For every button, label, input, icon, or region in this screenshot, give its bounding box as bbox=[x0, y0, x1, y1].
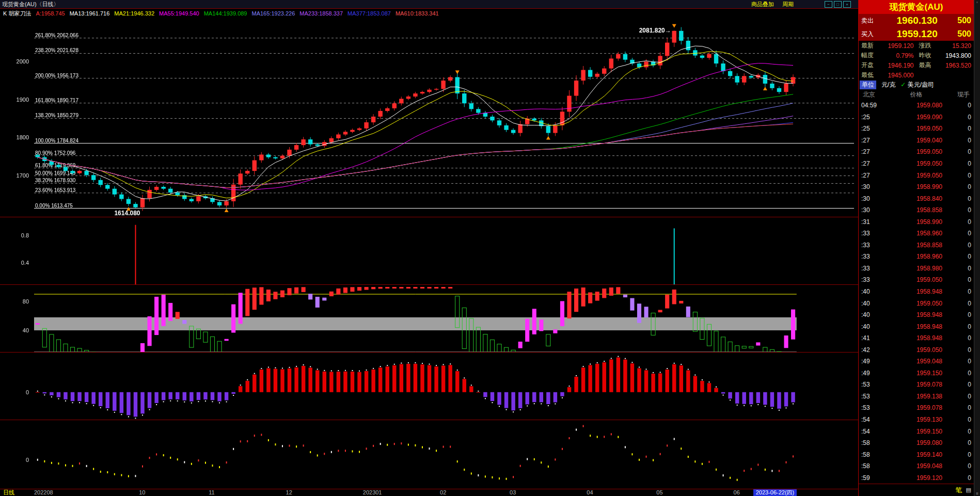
tick-row[interactable]: :271959.0500 bbox=[859, 158, 974, 170]
tick-row[interactable]: :581959.0480 bbox=[859, 460, 974, 472]
tick-time: :54 bbox=[861, 428, 884, 435]
tick-row[interactable]: :541959.1300 bbox=[859, 414, 974, 426]
tick-row[interactable]: :311958.9900 bbox=[859, 216, 974, 228]
tick-row[interactable]: :271959.0400 bbox=[859, 135, 974, 147]
tick-time: :33 bbox=[861, 265, 884, 272]
tick-time: :30 bbox=[861, 195, 884, 202]
tick-volume: 0 bbox=[962, 404, 971, 411]
tick-volume: 0 bbox=[962, 172, 971, 179]
tick-row[interactable]: :531959.0780 bbox=[859, 379, 974, 391]
time-axis: 日线 2023-06-22(四) 20220810111220230102030… bbox=[0, 489, 858, 496]
tick-row[interactable]: :331959.0500 bbox=[859, 274, 974, 286]
legend-item: K 胡家刀法 bbox=[3, 9, 31, 18]
stat-value: 15.320 bbox=[952, 42, 971, 50]
page-icon[interactable]: ▤ bbox=[966, 487, 971, 493]
yiwan-indicator-canvas[interactable] bbox=[0, 217, 858, 295]
legend-item: MA55:1949.540 bbox=[159, 9, 199, 18]
tick-row[interactable]: :541959.1500 bbox=[859, 425, 974, 437]
tick-time: :30 bbox=[861, 206, 884, 214]
pen-label[interactable]: 笔 bbox=[956, 486, 962, 495]
tick-row[interactable]: :531959.1380 bbox=[859, 391, 974, 403]
tick-row[interactable]: :301958.8400 bbox=[859, 193, 974, 204]
tick-row[interactable]: :581959.1400 bbox=[859, 449, 974, 460]
tick-row[interactable]: :531959.0780 bbox=[859, 402, 974, 414]
tick-row[interactable]: :411958.9480 bbox=[859, 332, 974, 344]
tick-row[interactable]: :331958.9600 bbox=[859, 251, 974, 263]
tick-row[interactable]: :421959.0500 bbox=[859, 344, 974, 356]
menu-overlay[interactable]: 商品叠加 bbox=[751, 1, 774, 8]
side-toolbar: ▫ ≡ bbox=[974, 0, 980, 496]
symbol-header: 现货黄金(AU) bbox=[859, 0, 974, 14]
unit-usd-oz: 美元/盎司 bbox=[908, 81, 934, 88]
tick-row[interactable]: :401958.9480 bbox=[859, 321, 974, 332]
title-bar: 现货黄金(AU)〈日线〉 商品叠加 周期 − □ × bbox=[0, 0, 858, 9]
unit-yuan-gram[interactable]: 元/克 bbox=[881, 81, 895, 89]
main-chart-canvas[interactable] bbox=[0, 18, 858, 217]
tick-volume: 0 bbox=[962, 265, 971, 272]
kd-indicator-canvas[interactable] bbox=[0, 285, 858, 362]
scroll-up-icon[interactable]: ▫ bbox=[976, 0, 978, 5]
tick-row[interactable]: :491959.1500 bbox=[859, 367, 974, 379]
tick-time: :58 bbox=[861, 451, 884, 458]
tick-price: 1959.040 bbox=[884, 137, 962, 144]
tick-row[interactable]: :401958.9480 bbox=[859, 309, 974, 321]
tick-price: 1958.960 bbox=[884, 230, 962, 237]
tick-volume: 0 bbox=[962, 183, 971, 190]
tick-row[interactable]: :491959.0480 bbox=[859, 356, 974, 367]
stat-cell: 幅度0.79% bbox=[859, 51, 916, 60]
tick-row[interactable]: :591959.1200 bbox=[859, 472, 974, 484]
sell-size: 500 bbox=[957, 16, 971, 25]
tick-time: :40 bbox=[861, 300, 884, 307]
x-axis-label: 202301 bbox=[363, 489, 382, 496]
sell-row[interactable]: 卖出 1960.130 500 bbox=[859, 14, 974, 27]
tick-row[interactable]: :251959.0900 bbox=[859, 111, 974, 123]
tick-row[interactable]: :581959.0800 bbox=[859, 437, 974, 449]
tick-volume: 0 bbox=[962, 206, 971, 214]
tick-time: :25 bbox=[861, 125, 884, 132]
tick-time: 04:59 bbox=[861, 102, 884, 109]
tick-price: 1959.140 bbox=[884, 451, 962, 458]
tick-row[interactable]: :331958.9800 bbox=[859, 263, 974, 275]
legend-item: MA13:1961.716 bbox=[70, 9, 110, 18]
stat-label: 涨跌 bbox=[919, 41, 931, 50]
tick-row[interactable]: :331958.8580 bbox=[859, 239, 974, 251]
tick-row[interactable]: :301958.9900 bbox=[859, 181, 974, 193]
tick-row[interactable]: :251959.0500 bbox=[859, 123, 974, 135]
scroll-down-icon[interactable]: ≡ bbox=[976, 491, 978, 496]
tick-price: 1958.980 bbox=[884, 265, 962, 272]
trend-indicator-canvas[interactable] bbox=[0, 353, 858, 430]
tick-volume: 0 bbox=[962, 428, 971, 435]
tick-row[interactable]: :401958.9480 bbox=[859, 286, 974, 298]
tick-row[interactable]: :271959.0500 bbox=[859, 146, 974, 158]
legend-item: MA233:1858.337 bbox=[299, 9, 343, 18]
tick-row[interactable]: :331958.9600 bbox=[859, 228, 974, 239]
stat-value: 1946.190 bbox=[888, 62, 913, 69]
tick-volume: 0 bbox=[962, 288, 971, 295]
minimize-icon[interactable]: − bbox=[825, 1, 832, 8]
tick-row[interactable]: :401959.0500 bbox=[859, 297, 974, 309]
sell-label: 卖出 bbox=[861, 17, 877, 25]
quote-stats: 最新1959.120涨跌15.320幅度0.79%昨收1943.800开盘194… bbox=[859, 41, 974, 80]
tick-volume: 0 bbox=[962, 137, 971, 144]
main-chart-legend: K 胡家刀法A:1958.745MA13:1961.716MA21:1946.3… bbox=[0, 9, 858, 18]
aoyun-indicator-canvas[interactable] bbox=[0, 420, 858, 496]
tick-price: 1959.150 bbox=[884, 370, 962, 377]
stat-cell: 昨收1943.800 bbox=[916, 51, 974, 60]
stat-label: 幅度 bbox=[861, 51, 874, 60]
tick-time: :30 bbox=[861, 183, 884, 190]
unit-chip[interactable]: 单位 bbox=[860, 81, 876, 89]
unit-usd-oz-wrap[interactable]: ✓ 美元/盎司 bbox=[900, 81, 934, 89]
window-title: 现货黄金(AU)〈日线〉 bbox=[2, 1, 59, 8]
tick-volume: 0 bbox=[962, 474, 971, 482]
tick-row[interactable]: :271959.0500 bbox=[859, 169, 974, 181]
buy-row[interactable]: 买入 1959.120 500 bbox=[859, 27, 974, 41]
tick-row[interactable]: 04:591959.0800 bbox=[859, 100, 974, 111]
close-icon[interactable]: × bbox=[843, 1, 851, 8]
tick-row[interactable]: :301958.8580 bbox=[859, 204, 974, 216]
col-volume: 现手 bbox=[957, 90, 970, 99]
stat-value: 1945.000 bbox=[888, 72, 913, 79]
legend-item: MA377:1853.087 bbox=[347, 9, 391, 18]
period-label[interactable]: 日线 bbox=[3, 489, 14, 496]
restore-icon[interactable]: □ bbox=[834, 1, 842, 8]
menu-period[interactable]: 周期 bbox=[782, 1, 794, 8]
